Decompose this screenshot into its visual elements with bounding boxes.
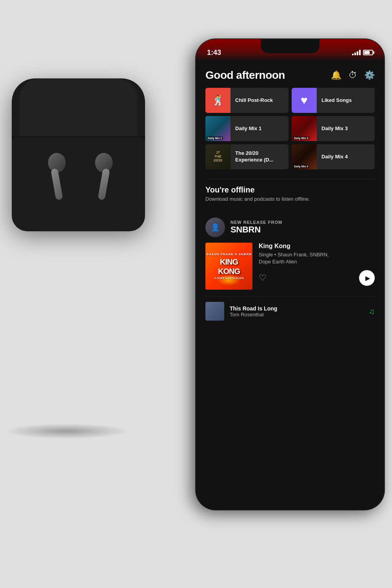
- next-track-title: This Road Is Long: [230, 305, 363, 312]
- new-release-artist-name: SNBRN: [230, 225, 282, 235]
- battery-fill: [364, 51, 370, 54]
- offline-section: You're offline Download music and podcas…: [205, 179, 375, 208]
- offline-subtitle: Download music and podcasts to listen of…: [205, 196, 375, 202]
- daily-mix-3-label: Daily Mix 3: [317, 125, 352, 132]
- quick-pick-daily-mix-4[interactable]: Daily Mix 4 Daily Mix 4: [292, 144, 375, 169]
- app-content: Good afternoon 🔔 ⏱ ⚙️ 🕺 Chill Post-Ro: [196, 61, 384, 510]
- daily-mix-4-thumb: Daily Mix 4: [292, 144, 317, 169]
- new-release-from-text: NEW RELEASE FROM: [230, 220, 282, 225]
- quick-pick-daily-mix-3[interactable]: Daily Mix 3 Daily Mix 3: [292, 116, 375, 141]
- quick-pick-liked-songs[interactable]: ♥ Liked Songs: [292, 88, 375, 113]
- offline-title: You're offline: [205, 185, 375, 194]
- signal-bar-1: [352, 54, 354, 55]
- new-release-label: NEW RELEASE FROM SNBRN: [230, 220, 282, 235]
- earbuds-case-outer: [12, 78, 145, 227]
- daily-mix-3-overlay: Daily Mix 3: [293, 136, 309, 140]
- daily-mix-4-overlay: Daily Mix 4: [293, 165, 309, 168]
- daily-mix-1-label: Daily Mix 1: [230, 125, 266, 132]
- battery-icon: [363, 50, 373, 55]
- song-title: King Kong: [259, 243, 375, 250]
- earbud-left: [43, 153, 71, 200]
- earbuds-case-body: [12, 137, 145, 231]
- phone-frame: 1:43 Good afternoon: [196, 39, 384, 510]
- artwork-text: SHAUN FRANK X SNBRN KINGKONG A DOPE EART…: [206, 252, 252, 280]
- earbud-right: [90, 153, 118, 200]
- signal-bar-2: [354, 53, 356, 55]
- quick-picks-grid: 🕺 Chill Post-Rock ♥ Liked Songs: [205, 88, 375, 169]
- dancer-icon: 🕺: [212, 94, 224, 107]
- chill-post-rock-thumb: 🕺: [205, 88, 230, 113]
- song-meta: Single • Shaun Frank, SNBRN, Dope Earth …: [259, 251, 375, 265]
- next-track[interactable]: This Road Is Long Tom Rosenthal ♫: [205, 296, 375, 321]
- quick-pick-2020-experience[interactable]: JTTHE20/20 The 20/20 Experience (D...: [205, 144, 289, 169]
- earbuds-case-lid: [20, 78, 137, 141]
- liked-songs-thumb: ♥: [292, 88, 317, 113]
- phone-notch: [261, 39, 319, 53]
- song-info: King Kong Single • Shaun Frank, SNBRN, D…: [259, 243, 375, 286]
- earbuds-case-area: [0, 78, 169, 431]
- history-icon[interactable]: ⏱: [348, 70, 357, 80]
- settings-icon[interactable]: ⚙️: [364, 70, 375, 80]
- chill-post-rock-label: Chill Post-Rock: [230, 97, 278, 104]
- status-time: 1:43: [207, 49, 221, 57]
- spotify-icon: ♫: [369, 307, 375, 316]
- liked-songs-label: Liked Songs: [317, 97, 356, 104]
- header-icons: 🔔 ⏱ ⚙️: [331, 70, 375, 80]
- song-artwork[interactable]: SHAUN FRANK X SNBRN KINGKONG A DOPE EART…: [205, 243, 252, 290]
- daily-mix-4-label: Daily Mix 4: [317, 154, 352, 160]
- status-right-icons: [352, 50, 373, 55]
- app-header: Good afternoon 🔔 ⏱ ⚙️: [205, 61, 375, 88]
- greeting-text: Good afternoon: [205, 69, 285, 82]
- artist-avatar: 👤: [205, 218, 225, 237]
- 2020-experience-label: The 20/20 Experience (D...: [230, 150, 289, 163]
- daily-mix-1-thumb: Daily Mix 1: [205, 116, 230, 141]
- next-track-artist: Tom Rosenthal: [230, 312, 363, 318]
- quick-pick-daily-mix-1[interactable]: Daily Mix 1 Daily Mix 1: [205, 116, 289, 141]
- song-actions: ♡ ▶: [259, 270, 375, 286]
- play-button[interactable]: ▶: [359, 270, 375, 286]
- daily-mix-3-thumb: Daily Mix 3: [292, 116, 317, 141]
- play-icon: ▶: [365, 274, 370, 282]
- phone-container: 1:43 Good afternoon: [188, 39, 392, 549]
- new-release-header: 👤 NEW RELEASE FROM SNBRN: [205, 218, 375, 237]
- heart-icon: ♥: [301, 94, 308, 107]
- daily-mix-1-overlay: Daily Mix 1: [207, 136, 223, 140]
- next-track-info: This Road Is Long Tom Rosenthal: [230, 305, 363, 318]
- quick-pick-chill-post-rock[interactable]: 🕺 Chill Post-Rock: [205, 88, 289, 113]
- earbud-right-stem: [98, 168, 110, 200]
- signal-bar-4: [359, 50, 361, 55]
- song-meta-line2: Dope Earth Alien: [259, 259, 297, 265]
- earbud-left-stem: [51, 168, 63, 200]
- signal-bars: [352, 50, 361, 55]
- song-card: SHAUN FRANK X SNBRN KINGKONG A DOPE EART…: [205, 243, 375, 290]
- 2020-experience-thumb: JTTHE20/20: [205, 144, 230, 169]
- phone-screen: 1:43 Good afternoon: [196, 39, 384, 510]
- signal-bar-3: [357, 51, 358, 55]
- next-track-thumb: [205, 302, 224, 321]
- like-button[interactable]: ♡: [259, 273, 267, 283]
- bell-icon[interactable]: 🔔: [331, 70, 341, 80]
- song-meta-line1: Single • Shaun Frank, SNBRN,: [259, 252, 329, 258]
- earbuds-shadow: [4, 423, 129, 439]
